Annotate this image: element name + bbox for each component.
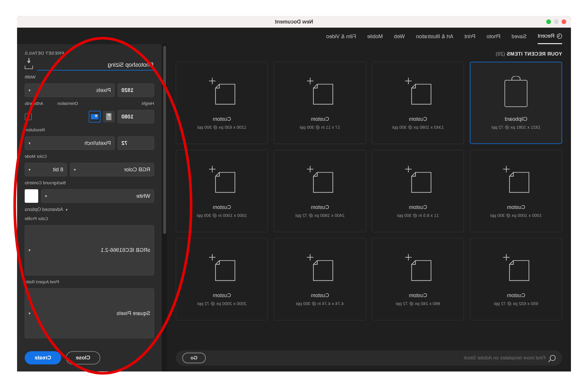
height-input[interactable] bbox=[118, 110, 154, 123]
new-page-icon bbox=[204, 252, 240, 285]
width-input[interactable] bbox=[118, 83, 154, 97]
label-background: Background Contents bbox=[25, 180, 154, 185]
preset-name-input[interactable] bbox=[37, 60, 154, 71]
preset-card[interactable]: Custom 17 x 11 in @ 300 ppi bbox=[274, 62, 366, 144]
new-page-icon bbox=[302, 252, 338, 285]
save-preset-icon[interactable] bbox=[25, 61, 33, 69]
advanced-options-toggle[interactable]: ▾ Advanced Options bbox=[25, 207, 154, 212]
tab-print[interactable]: Print bbox=[465, 33, 475, 44]
advanced-label: Advanced Options bbox=[25, 207, 63, 212]
background-swatch[interactable] bbox=[25, 189, 38, 203]
new-page-icon bbox=[400, 252, 436, 285]
window-title: New Document bbox=[17, 19, 571, 25]
new-page-icon bbox=[204, 164, 240, 197]
preset-card[interactable]: Custom 1343 x 1080 px @ 300 ppi bbox=[372, 62, 464, 144]
height-value[interactable] bbox=[121, 113, 150, 120]
preset-grid: Clipboard 1921 x 1081 px @ 72 ppi Custom… bbox=[176, 62, 562, 345]
preset-dimensions: 17 x 11 in @ 300 ppi bbox=[300, 125, 340, 130]
create-button[interactable]: Create bbox=[25, 351, 61, 364]
tab-recent[interactable]: Recent bbox=[538, 33, 562, 44]
preset-name: Custom bbox=[409, 116, 427, 122]
preset-dimensions: 4.74 x 4.74 in @ 300 ppi bbox=[296, 301, 344, 306]
svg-rect-0 bbox=[505, 80, 527, 107]
chevron-down-icon: ▾ bbox=[29, 88, 31, 93]
preset-dimensions: 1000 x 1000 in @ 300 ppi bbox=[197, 213, 247, 218]
preset-dimensions: 1921 x 1081 px @ 72 ppi bbox=[492, 125, 541, 130]
label-resolution: Resolution bbox=[25, 128, 154, 132]
label-height: Height bbox=[78, 101, 154, 106]
preset-card[interactable]: Custom 2400 x 1800 px @ 72 ppi bbox=[274, 150, 366, 232]
preset-card-clipboard[interactable]: Clipboard 1921 x 1081 px @ 72 ppi bbox=[470, 62, 562, 144]
color-profile-value: sRGB IEC61966-2.1 bbox=[101, 247, 150, 253]
preset-card[interactable]: Custom 1000 x 1000 px @ 300 ppi bbox=[470, 150, 562, 232]
pixel-aspect-value: Square Pixels bbox=[117, 310, 150, 317]
width-unit-select[interactable]: Pixels ▾ bbox=[25, 83, 115, 97]
resolution-unit-select[interactable]: Pixels/Inch ▾ bbox=[25, 136, 115, 150]
preset-dimensions: 1200 x 630 px @ 300 ppi bbox=[197, 125, 246, 130]
pixel-aspect-select[interactable]: Square Pixels ▾ bbox=[25, 288, 154, 339]
preset-name: Custom bbox=[311, 116, 329, 122]
preset-card[interactable]: Custom 860 x 240 px @ 72 ppi bbox=[372, 238, 464, 320]
preset-card[interactable]: Custom 1200 x 630 px @ 300 ppi bbox=[176, 62, 268, 144]
orientation-landscape[interactable] bbox=[89, 111, 101, 123]
preset-card[interactable]: Custom 1000 x 1000 in @ 300 ppi bbox=[176, 150, 268, 232]
section-title: YOUR RECENT ITEMS (20) bbox=[176, 51, 562, 57]
artboards-checkbox[interactable] bbox=[25, 113, 32, 120]
color-depth-select[interactable]: 8 bit ▾ bbox=[25, 163, 67, 176]
label-width: Width bbox=[25, 75, 154, 79]
preset-name: Custom bbox=[311, 292, 329, 299]
tab-art[interactable]: Art & Illustration bbox=[416, 33, 453, 44]
tab-web[interactable]: Web bbox=[394, 33, 405, 44]
section-count: (20) bbox=[496, 51, 505, 57]
preset-name: Custom bbox=[213, 116, 231, 122]
tab-mobile[interactable]: Mobile bbox=[367, 33, 383, 44]
label-color-mode: Color Mode bbox=[25, 154, 154, 159]
stock-go-button[interactable]: Go bbox=[182, 353, 206, 363]
main-scrollbar[interactable] bbox=[162, 44, 167, 371]
new-page-icon bbox=[498, 252, 534, 285]
preset-card[interactable]: Custom 11 x 8.5 in @ 300 ppi bbox=[372, 150, 464, 232]
preset-name: Custom bbox=[213, 292, 231, 299]
chevron-down-icon: ▾ bbox=[29, 248, 31, 252]
preset-details-panel: PRESET DETAILS Width Pixels ▾ Height Ori… bbox=[17, 44, 162, 371]
resolution-input[interactable] bbox=[118, 136, 154, 150]
tab-saved[interactable]: Saved bbox=[512, 33, 527, 44]
background-value: White bbox=[136, 193, 150, 199]
new-page-icon bbox=[302, 76, 338, 108]
label-artboards: Artboards bbox=[25, 101, 43, 106]
new-page-icon bbox=[498, 164, 534, 197]
resolution-value[interactable] bbox=[121, 140, 150, 146]
color-profile-select[interactable]: sRGB IEC61966-2.1 ▾ bbox=[25, 225, 154, 275]
resolution-unit-value: Pixels/Inch bbox=[85, 140, 111, 146]
preset-name: Custom bbox=[213, 204, 231, 210]
chevron-down-icon: ▾ bbox=[74, 167, 76, 172]
scrollbar-thumb[interactable] bbox=[163, 46, 166, 234]
new-page-icon bbox=[204, 76, 240, 108]
orientation-portrait[interactable] bbox=[103, 111, 115, 123]
width-unit-value: Pixels bbox=[96, 87, 111, 93]
chevron-down-icon: ▾ bbox=[29, 311, 31, 316]
width-value[interactable] bbox=[121, 87, 150, 93]
label-pixel-aspect: Pixel Aspect Ratio bbox=[25, 279, 154, 284]
chevron-down-icon: ▾ bbox=[45, 194, 47, 198]
tab-photo[interactable]: Photo bbox=[487, 33, 500, 44]
preset-card[interactable]: Custom 2000 x 2000 px @ 72 ppi bbox=[176, 238, 268, 320]
preset-dimensions: 11 x 8.5 in @ 300 ppi bbox=[397, 213, 439, 218]
search-icon bbox=[550, 355, 556, 361]
preset-name: Custom bbox=[311, 204, 329, 210]
label-orientation: Orientation bbox=[57, 101, 78, 106]
stock-search-input[interactable] bbox=[210, 355, 546, 361]
preset-card[interactable]: Custom 650 x 632 px @ 72 ppi bbox=[470, 238, 562, 320]
preset-card[interactable]: Custom 4.74 x 4.74 in @ 300 ppi bbox=[274, 238, 366, 320]
preset-dimensions: 2400 x 1800 px @ 72 ppi bbox=[295, 213, 345, 218]
color-depth-value: 8 bit bbox=[53, 166, 63, 173]
preset-name: Clipboard bbox=[505, 116, 527, 122]
close-button[interactable]: Close bbox=[66, 351, 100, 364]
color-mode-value: RGB Color bbox=[124, 166, 150, 173]
section-title-text: YOUR RECENT ITEMS bbox=[507, 51, 562, 57]
tab-label: Recent bbox=[538, 33, 554, 39]
color-mode-select[interactable]: RGB Color ▾ bbox=[70, 163, 154, 176]
background-select[interactable]: White ▾ bbox=[41, 189, 154, 203]
tab-film-video[interactable]: Film & Video bbox=[326, 33, 356, 44]
new-page-icon bbox=[400, 164, 436, 197]
